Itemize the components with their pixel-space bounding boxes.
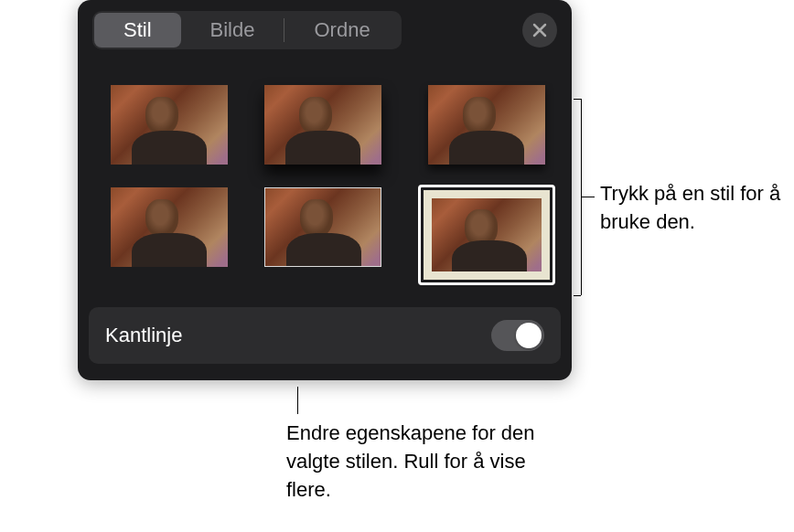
callout-line	[574, 99, 581, 100]
callout-line	[582, 197, 595, 197]
border-label: Kantlinje	[105, 324, 182, 347]
style-thumbnail	[264, 187, 381, 267]
close-icon	[532, 23, 547, 37]
style-thumbnail	[111, 187, 228, 267]
tab-bilde[interactable]: Bilde	[181, 13, 284, 48]
style-option-1[interactable]	[111, 82, 228, 166]
callout-line	[297, 387, 298, 414]
style-thumbnail	[264, 85, 381, 165]
callout-styles: Trykk på en stil for å bruke den.	[600, 180, 783, 237]
style-option-5[interactable]	[264, 185, 381, 269]
close-button[interactable]	[522, 13, 557, 48]
callout-line	[574, 295, 581, 296]
style-option-6-selected[interactable]	[418, 185, 555, 285]
style-option-3[interactable]	[418, 82, 555, 166]
border-toggle[interactable]	[491, 320, 544, 351]
style-frame	[424, 190, 550, 280]
style-option-4[interactable]	[111, 185, 228, 269]
tab-stil[interactable]: Stil	[94, 13, 181, 48]
callout-properties: Endre egenskapene for den valgte stilen.…	[286, 420, 542, 504]
style-thumbnail	[432, 198, 542, 271]
style-option-2[interactable]	[264, 82, 381, 166]
style-thumbnail	[111, 85, 228, 165]
format-panel: Stil Bilde Ordne Kantlinje	[78, 0, 572, 380]
tab-ordne[interactable]: Ordne	[284, 13, 399, 48]
style-thumbnail	[428, 85, 545, 165]
border-row[interactable]: Kantlinje	[89, 307, 561, 364]
tab-bar: Stil Bilde Ordne	[78, 11, 572, 49]
toggle-knob	[516, 323, 542, 348]
segmented-control: Stil Bilde Ordne	[92, 11, 402, 49]
styles-grid	[78, 68, 572, 307]
